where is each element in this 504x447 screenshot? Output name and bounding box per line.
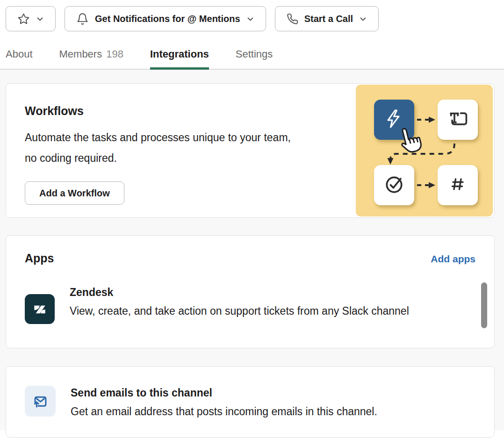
star-channel-button[interactable] (6, 6, 56, 31)
email-card-title: Send emails to this channel (71, 386, 377, 400)
workflows-description: Automate the tasks and processes unique … (25, 127, 305, 168)
add-apps-link[interactable]: Add apps (431, 253, 475, 265)
app-name: Zendesk (70, 285, 409, 300)
workflows-card: Workflows Automate the tasks and process… (6, 83, 495, 218)
toolbar: Get Notifications for @ Mentions Start a… (6, 6, 504, 31)
apps-title: Apps (25, 252, 54, 265)
workflow-arrows (356, 85, 493, 216)
start-call-button[interactable]: Start a Call (275, 6, 379, 31)
add-workflow-button[interactable]: Add a Workflow (25, 181, 124, 205)
chevron-down-icon (36, 15, 44, 23)
workflow-illustration (356, 85, 493, 216)
header: Get Notifications for @ Mentions Start a… (0, 6, 504, 70)
tab-bar: About Members198 Integrations Settings (0, 48, 504, 70)
apps-list: Zendesk View, create, and take action on… (25, 285, 475, 330)
send-emails-card[interactable]: Send emails to this channel Get an email… (6, 366, 495, 438)
incoming-email-icon (25, 386, 56, 417)
bell-icon (76, 13, 89, 25)
notifications-button-label: Get Notifications for @ Mentions (95, 14, 240, 24)
star-icon (17, 13, 30, 25)
chevron-down-icon (246, 15, 254, 23)
app-text: Zendesk View, create, and take action on… (70, 285, 409, 324)
cursor-hand-icon (398, 126, 423, 154)
app-row-zendesk[interactable]: Zendesk View, create, and take action on… (25, 285, 475, 324)
start-call-button-label: Start a Call (304, 14, 353, 24)
channel-details-panel: Get Notifications for @ Mentions Start a… (0, 6, 504, 430)
apps-card: Apps Add apps Zendesk View, create, and … (6, 235, 495, 348)
chevron-down-icon (359, 15, 367, 23)
tab-members-label: Members (59, 48, 102, 60)
integrations-panel: Workflows Automate the tasks and process… (0, 70, 504, 430)
app-description: View, create, and take action on support… (70, 301, 409, 321)
tab-about-label: About (6, 48, 33, 60)
notifications-button[interactable]: Get Notifications for @ Mentions (65, 6, 266, 31)
tab-settings[interactable]: Settings (236, 48, 273, 69)
email-card-description: Get an email address that posts incoming… (71, 404, 377, 419)
email-card-text: Send emails to this channel Get an email… (71, 386, 377, 437)
apps-scrollbar-thumb[interactable] (481, 282, 487, 328)
tab-settings-label: Settings (236, 48, 273, 60)
zendesk-logo (25, 294, 55, 324)
tab-members[interactable]: Members198 (59, 48, 123, 69)
tab-about[interactable]: About (6, 48, 33, 69)
members-count: 198 (106, 48, 123, 60)
tab-integrations[interactable]: Integrations (150, 48, 209, 69)
phone-icon (287, 13, 298, 25)
tab-integrations-label: Integrations (150, 48, 209, 60)
